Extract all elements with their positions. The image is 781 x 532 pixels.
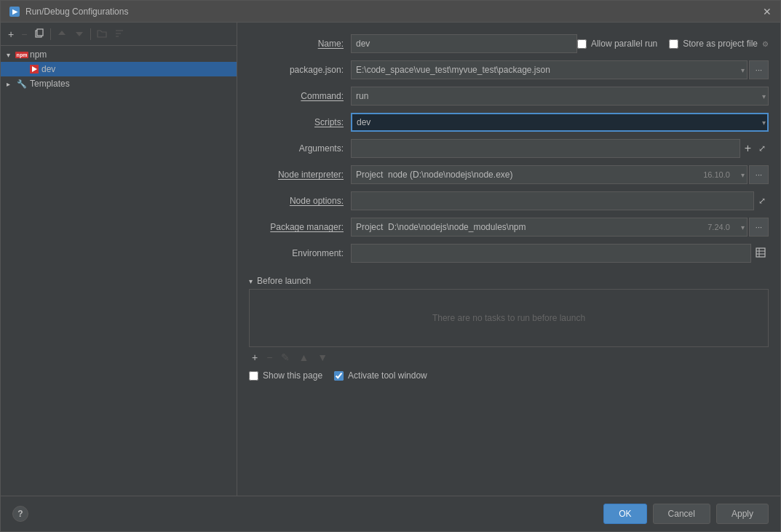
before-launch-edit-button[interactable]: ✎ — [278, 350, 293, 365]
environment-input[interactable] — [351, 244, 751, 263]
sort-button[interactable] — [111, 27, 127, 41]
arguments-expand-button[interactable]: ⤢ — [756, 142, 769, 155]
tree-item-dev[interactable]: dev — [1, 62, 237, 76]
before-launch-down-button[interactable]: ▼ — [314, 350, 330, 365]
package-manager-label: Package manager: — [249, 222, 351, 232]
svg-marker-2 — [58, 31, 66, 35]
tree-item-templates[interactable]: ▸ 🔧 Templates — [1, 76, 237, 91]
folder-button[interactable] — [94, 27, 110, 41]
close-button[interactable]: ✕ — [763, 7, 772, 17]
sidebar-toolbar: + − — [1, 23, 237, 46]
add-config-button[interactable]: + — [5, 28, 17, 41]
store-project-row: Store as project file ⚙ — [669, 39, 769, 49]
command-label: Command: — [249, 91, 351, 101]
cancel-button[interactable]: Cancel — [653, 504, 710, 524]
footer: ? OK Cancel Apply — [1, 496, 780, 531]
sort-icon — [114, 28, 124, 39]
arguments-input[interactable] — [351, 139, 740, 158]
title-bar: ▶ Run/Debug Configurations ✕ — [1, 1, 780, 23]
before-launch-header: ▾ Before launch — [249, 276, 769, 286]
node-options-input[interactable] — [351, 191, 754, 210]
before-launch-empty-text: There are no tasks to run before launch — [432, 313, 585, 323]
dialog-icon: ▶ — [9, 7, 20, 17]
title-bar-left: ▶ Run/Debug Configurations — [9, 7, 128, 17]
package-manager-browse-button[interactable]: ··· — [749, 218, 769, 237]
activate-tool-checkbox-label[interactable]: Activate tool window — [334, 370, 427, 381]
package-json-input-row: ▾ ··· — [351, 60, 769, 79]
environment-row: Environment: — [249, 244, 769, 263]
allow-parallel-checkbox[interactable] — [577, 39, 587, 49]
remove-config-button[interactable]: − — [18, 28, 30, 41]
node-interpreter-input[interactable] — [351, 165, 748, 184]
table-icon — [756, 247, 766, 258]
toolbar-separator2 — [90, 28, 91, 40]
help-button[interactable]: ? — [12, 506, 28, 522]
main-panel: Name: Allow parallel run Store as projec… — [237, 23, 780, 496]
ok-button[interactable]: OK — [603, 504, 646, 524]
activate-tool-label: Activate tool window — [348, 370, 427, 381]
tree-item-npm[interactable]: ▾ npm npm — [1, 47, 237, 62]
package-manager-row: Package manager: 7.24.0 ▾ ··· — [249, 218, 769, 237]
before-launch-remove-button[interactable]: − — [263, 350, 275, 365]
npm-icon: npm — [17, 49, 27, 60]
arguments-add-button[interactable]: + — [742, 140, 754, 156]
arguments-row: Arguments: + ⤢ — [249, 139, 769, 158]
scripts-row: Scripts: dev ▾ — [249, 113, 769, 132]
store-project-checkbox[interactable] — [669, 39, 678, 49]
footer-left: ? — [12, 506, 28, 522]
copy-icon — [34, 28, 44, 39]
environment-input-row — [351, 244, 769, 263]
arrow-up-icon — [57, 28, 67, 39]
run-debug-dialog: ▶ Run/Debug Configurations ✕ + − — [0, 0, 781, 532]
node-interpreter-input-row: 16.10.0 ▾ ··· — [351, 165, 769, 184]
content-area: + − — [1, 23, 780, 496]
node-options-expand-button[interactable]: ⤢ — [756, 194, 769, 207]
wrench-icon: 🔧 — [17, 79, 27, 89]
chevron-right-icon: ▸ — [7, 80, 14, 88]
move-up-button[interactable] — [54, 27, 70, 41]
environment-label: Environment: — [249, 248, 351, 258]
gear-icon: ⚙ — [762, 40, 769, 48]
dialog-title: Run/Debug Configurations — [25, 7, 128, 17]
package-manager-input-row: 7.24.0 ▾ ··· — [351, 218, 769, 237]
package-manager-input[interactable] — [351, 218, 748, 237]
node-options-row: Node options: ⤢ — [249, 191, 769, 210]
scripts-select-wrapper: dev ▾ — [351, 113, 769, 132]
chevron-down-icon: ▾ — [7, 51, 14, 59]
before-launch-chevron-icon: ▾ — [249, 277, 253, 285]
before-launch-up-button[interactable]: ▲ — [296, 350, 312, 365]
show-page-checkbox[interactable] — [249, 371, 258, 381]
name-input[interactable] — [351, 34, 577, 53]
scripts-label: Scripts: — [249, 117, 351, 127]
apply-button[interactable]: Apply — [716, 504, 769, 524]
copy-config-button[interactable] — [31, 27, 47, 41]
arguments-input-row: + ⤢ — [351, 139, 769, 158]
command-select[interactable]: run — [351, 87, 769, 106]
svg-rect-7 — [756, 248, 765, 257]
show-page-checkbox-label[interactable]: Show this page — [249, 370, 322, 381]
before-launch-add-button[interactable]: + — [249, 350, 261, 365]
svg-rect-1 — [37, 29, 43, 36]
package-json-input[interactable] — [351, 60, 748, 79]
environment-edit-button[interactable] — [753, 246, 769, 261]
before-launch-section: ▾ Before launch There are no tasks to ru… — [249, 276, 769, 381]
package-json-row: package.json: ▾ ··· — [249, 60, 769, 79]
move-down-button[interactable] — [71, 27, 87, 41]
run-config-icon — [30, 65, 39, 74]
show-page-label: Show this page — [263, 370, 322, 381]
node-interpreter-browse-button[interactable]: ··· — [749, 165, 769, 184]
scripts-select[interactable]: dev — [351, 113, 769, 132]
command-row: Command: run ▾ — [249, 87, 769, 106]
package-json-label: package.json: — [249, 65, 351, 75]
node-interpreter-select-wrapper: 16.10.0 ▾ — [351, 165, 748, 184]
package-json-browse-button[interactable]: ··· — [749, 60, 769, 79]
sidebar: + − — [1, 23, 237, 496]
name-label: Name: — [249, 39, 351, 49]
store-project-label[interactable]: Store as project file — [683, 39, 758, 49]
allow-parallel-label[interactable]: Allow parallel run — [591, 39, 657, 49]
activate-tool-checkbox[interactable] — [334, 371, 344, 381]
node-interpreter-row: Node interpreter: 16.10.0 ▾ ··· — [249, 165, 769, 184]
arguments-label: Arguments: — [249, 143, 351, 154]
tree-item-npm-label: npm — [30, 49, 47, 60]
command-select-wrapper: run ▾ — [351, 87, 769, 106]
